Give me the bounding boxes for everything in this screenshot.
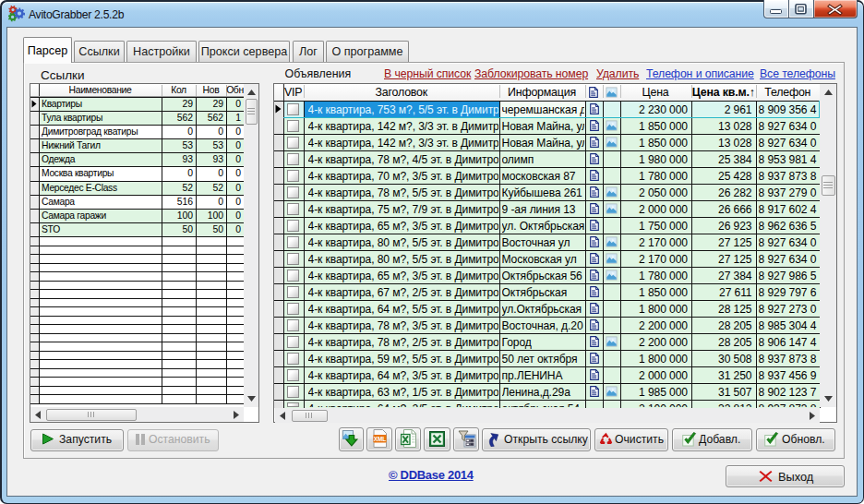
svg-text:XML: XML <box>374 436 387 442</box>
